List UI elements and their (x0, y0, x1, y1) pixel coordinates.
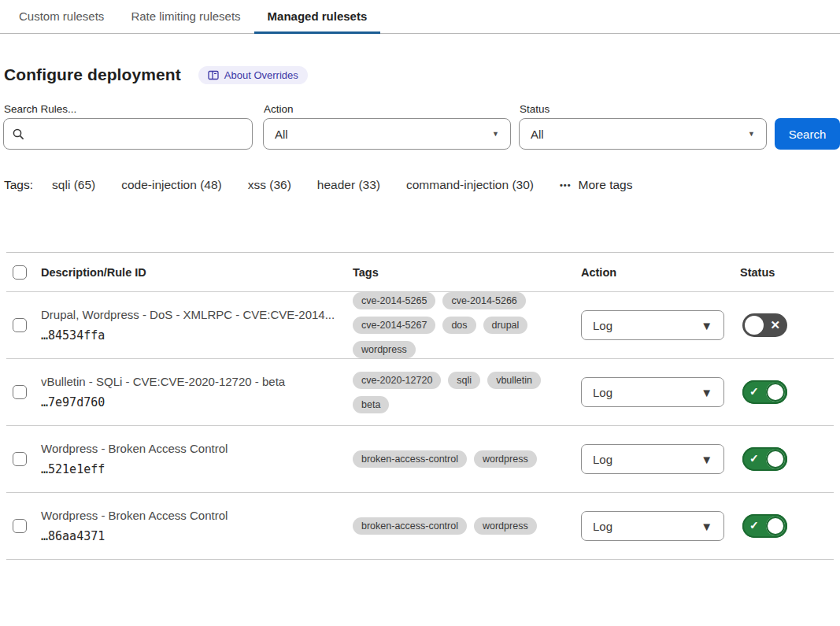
rules-table: Description/Rule ID Tags Action Status D… (6, 252, 834, 560)
rule-action-select[interactable]: Log ▼ (581, 444, 724, 474)
table-body: Drupal, Wordpress - DoS - XMLRPC - CVE:C… (6, 292, 834, 560)
page-title: Configure deployment (4, 65, 181, 84)
rule-id: …86aa4371 (41, 529, 350, 543)
about-overrides-badge[interactable]: About Overrides (198, 66, 308, 84)
rule-status-toggle[interactable]: ✓ (742, 514, 787, 538)
tag-pill: cve-2014-5267 (353, 317, 435, 334)
chevron-down-icon: ▼ (492, 130, 499, 138)
rule-tags: cve-2014-5265cve-2014-5266cve-2014-5267d… (353, 292, 550, 358)
rule-action-select[interactable]: Log ▼ (581, 377, 724, 407)
rule-description: Wordpress - Broken Access Control (41, 442, 350, 455)
tag-pill: broken-access-control (353, 450, 467, 468)
action-filter-value: All (275, 128, 288, 141)
row-checkbox[interactable] (13, 385, 27, 399)
chevron-down-icon: ▼ (701, 386, 712, 399)
table-row: Drupal, Wordpress - DoS - XMLRPC - CVE:C… (6, 292, 834, 359)
toggle-state-icon: ✓ (749, 385, 759, 398)
tag-pill: cve-2020-12720 (353, 372, 441, 389)
tags-bar: Tags: sqli (65)code-injection (48)xss (3… (4, 178, 840, 192)
rule-status-toggle[interactable]: ✓ (742, 380, 787, 404)
chevron-down-icon: ▼ (748, 130, 755, 138)
toggle-knob (745, 316, 764, 335)
ruleset-tabbar: Custom rulesets Rate limiting rulesets M… (0, 0, 840, 34)
book-icon (208, 70, 219, 80)
action-filter-label: Action (264, 103, 511, 115)
row-checkbox[interactable] (13, 318, 27, 332)
search-icon (12, 128, 25, 141)
chevron-down-icon: ▼ (701, 319, 712, 332)
toggle-state-icon: ✓ (749, 519, 759, 532)
tag-filter-link[interactable]: header (33) (317, 178, 380, 192)
rule-tags: broken-access-controlwordpress (353, 517, 550, 535)
rule-tags: cve-2020-12720sqlivbulletinbeta (353, 372, 550, 413)
tag-pill: cve-2014-5266 (442, 292, 525, 309)
toggle-state-icon: ✕ (770, 318, 780, 332)
tags-bar-label: Tags: (4, 178, 33, 192)
rule-action-value: Log (593, 453, 612, 466)
tag-pill: beta (353, 396, 389, 413)
search-rules-box (3, 118, 253, 150)
search-button[interactable]: Search (775, 118, 840, 150)
status-filter-label: Status (520, 103, 767, 115)
rule-action-select[interactable]: Log ▼ (581, 310, 724, 340)
toggle-knob (766, 383, 785, 402)
more-tags-label: More tags (579, 178, 633, 192)
rule-description: vBulletin - SQLi - CVE:CVE-2020-12720 - … (41, 375, 350, 388)
tag-pill: sqli (448, 372, 480, 389)
tag-pill: wordpress (474, 450, 537, 468)
tag-filter-link[interactable]: sqli (65) (52, 178, 95, 192)
tag-pill: wordpress (474, 517, 537, 535)
tab-rate-limiting-rulesets[interactable]: Rate limiting rulesets (117, 0, 253, 34)
column-header-tags: Tags (350, 266, 581, 279)
action-filter-select[interactable]: All ▼ (263, 118, 511, 150)
chevron-down-icon: ▼ (701, 520, 712, 533)
tag-pill: broken-access-control (353, 517, 467, 535)
status-filter-select[interactable]: All ▼ (519, 118, 767, 150)
table-header-row: Description/Rule ID Tags Action Status (6, 253, 834, 292)
tab-managed-rulesets[interactable]: Managed rulesets (254, 0, 381, 34)
status-filter-value: All (531, 128, 544, 141)
column-header-action: Action (581, 266, 738, 279)
tag-pill: drupal (483, 317, 528, 334)
column-header-status: Status (738, 266, 834, 279)
rule-description: Wordpress - Broken Access Control (41, 509, 350, 522)
tag-filter-link[interactable]: code-injection (48) (121, 178, 222, 192)
chevron-down-icon: ▼ (701, 453, 712, 466)
tag-pill: cve-2014-5265 (353, 292, 435, 309)
toggle-state-icon: ✓ (749, 452, 759, 465)
ellipsis-icon: ••• (560, 180, 572, 190)
rule-id: …7e97d760 (41, 395, 350, 409)
search-rules-label: Search Rules... (4, 103, 253, 115)
rule-id: …84534ffa (41, 328, 350, 343)
rule-description: Drupal, Wordpress - DoS - XMLRPC - CVE:C… (41, 308, 350, 321)
rule-tags: broken-access-controlwordpress (353, 450, 550, 468)
rule-action-value: Log (593, 319, 612, 332)
toggle-knob (766, 517, 785, 535)
rule-action-select[interactable]: Log ▼ (581, 511, 724, 541)
about-overrides-label: About Overrides (224, 69, 298, 81)
search-rules-input[interactable] (31, 128, 244, 141)
rule-action-value: Log (593, 386, 612, 399)
table-row: vBulletin - SQLi - CVE:CVE-2020-12720 - … (6, 359, 834, 426)
rule-status-toggle[interactable]: ✓ (742, 447, 787, 471)
toggle-knob (766, 450, 785, 469)
tag-pill: wordpress (353, 341, 416, 358)
heading-row: Configure deployment About Overrides (4, 65, 840, 84)
tag-filter-link[interactable]: command-injection (30) (406, 178, 534, 192)
rule-status-toggle[interactable]: ✕ (742, 313, 787, 337)
managed-rulesets-page: Custom rulesets Rate limiting rulesets M… (0, 0, 840, 626)
row-checkbox[interactable] (13, 452, 27, 466)
column-header-description: Description/Rule ID (41, 266, 350, 279)
row-checkbox[interactable] (13, 519, 27, 533)
table-row: Wordpress - Broken Access Control …86aa4… (6, 493, 834, 560)
table-row: Wordpress - Broken Access Control …521e1… (6, 426, 834, 493)
rule-id: …521e1eff (41, 462, 350, 476)
tag-pill: vbulletin (487, 372, 541, 389)
rule-action-value: Log (593, 520, 612, 533)
more-tags-button[interactable]: ••• More tags (560, 178, 632, 192)
tag-filter-link[interactable]: xss (36) (248, 178, 291, 192)
tag-pill: dos (442, 317, 476, 334)
filter-row: Search Rules... Action All ▼ Status (3, 103, 840, 150)
tab-custom-rulesets[interactable]: Custom rulesets (6, 0, 117, 34)
select-all-checkbox[interactable] (13, 265, 27, 280)
